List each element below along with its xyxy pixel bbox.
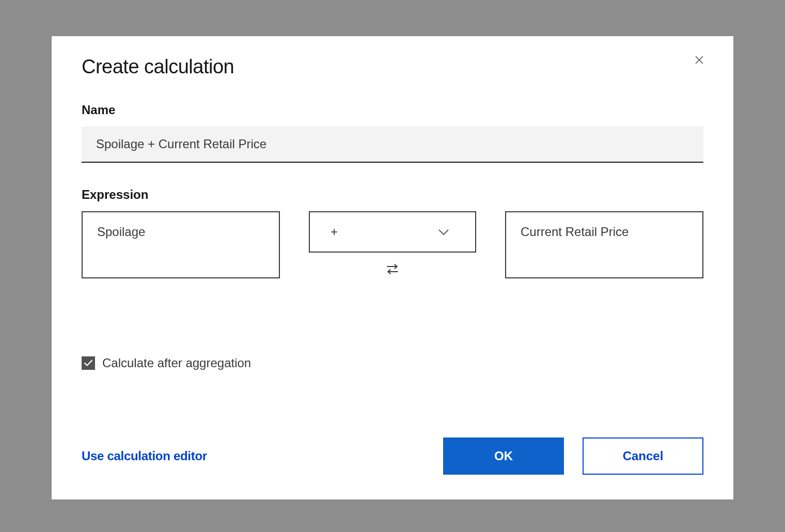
chevron-down-icon	[438, 228, 449, 236]
expression-label: Expression	[82, 187, 703, 202]
dialog-footer: Use calculation editor OK Cancel	[82, 437, 703, 475]
operator-select[interactable]: +	[309, 211, 476, 253]
dialog-title: Create calculation	[82, 56, 234, 78]
ok-button[interactable]: OK	[443, 437, 564, 475]
swap-operands-button[interactable]	[383, 260, 402, 278]
checkmark-icon	[84, 359, 93, 367]
name-label: Name	[82, 103, 703, 117]
swap-icon	[385, 262, 400, 276]
operator-container: +	[309, 211, 476, 278]
operand-left-box[interactable]: Spoilage	[82, 211, 280, 278]
close-button[interactable]	[692, 53, 706, 67]
operand-left-text: Spoilage	[97, 225, 145, 239]
use-calculation-editor-link[interactable]: Use calculation editor	[82, 449, 207, 463]
cancel-button[interactable]: Cancel	[583, 437, 703, 475]
footer-buttons: OK Cancel	[443, 437, 703, 475]
aggregate-checkbox-label: Calculate after aggregation	[102, 356, 251, 370]
dialog-header: Create calculation	[82, 56, 703, 78]
create-calculation-dialog: Create calculation Name Expression Spoil…	[52, 36, 733, 499]
name-field-group: Name	[82, 103, 703, 163]
aggregate-checkbox-row: Calculate after aggregation	[82, 356, 703, 370]
operand-right-text: Current Retail Price	[521, 225, 629, 239]
operator-text: +	[331, 225, 338, 239]
name-input[interactable]	[82, 127, 703, 163]
close-icon	[694, 55, 704, 65]
operand-right-box[interactable]: Current Retail Price	[505, 211, 703, 278]
aggregate-checkbox[interactable]	[82, 356, 95, 370]
expression-row: Spoilage +	[82, 211, 703, 278]
expression-section: Expression Spoilage +	[82, 187, 703, 278]
